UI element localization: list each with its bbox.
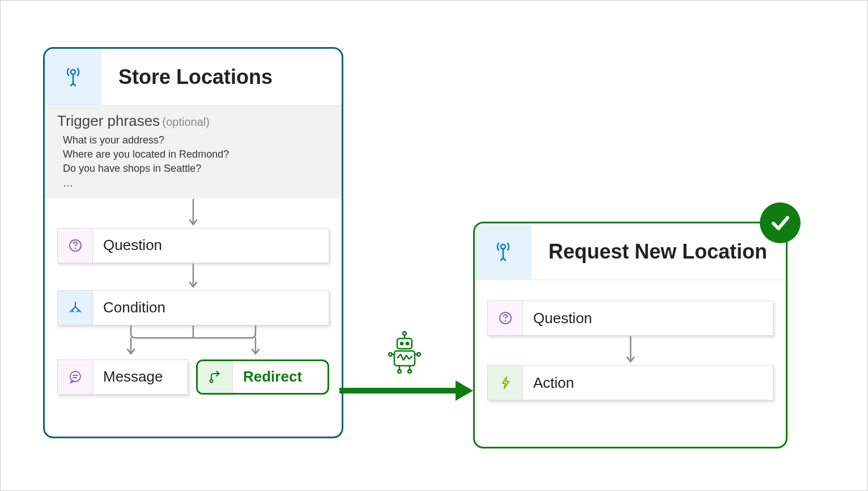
condition-icon [58, 291, 93, 325]
trigger-phrase: What is your address? [63, 133, 329, 147]
connector-arrow-down [475, 336, 786, 365]
topic-card-store-locations: Store Locations Trigger phrases (optiona… [43, 47, 343, 438]
message-node[interactable]: Message [57, 359, 188, 395]
question-label: Question [93, 236, 162, 254]
question-node[interactable]: Question [57, 228, 329, 263]
connector-arrow-down [45, 198, 342, 228]
svg-point-10 [210, 379, 212, 382]
svg-point-13 [505, 321, 505, 321]
antenna-icon [493, 240, 513, 264]
redirect-node[interactable]: Redirect [196, 359, 329, 395]
antenna-icon [63, 65, 83, 89]
svg-point-28 [398, 370, 401, 373]
question-label: Question [523, 310, 592, 327]
topic-card-request-new-location: Request New Location Question Action [473, 222, 788, 448]
question-icon [58, 228, 93, 263]
svg-point-20 [406, 342, 409, 345]
question-node[interactable]: Question [487, 300, 773, 336]
condition-node[interactable]: Condition [57, 290, 329, 325]
topic-header: Request New Location [475, 223, 786, 280]
bot-icon [385, 329, 424, 376]
svg-rect-15 [339, 388, 459, 393]
redirect-icon [198, 361, 233, 393]
svg-point-25 [417, 353, 420, 356]
action-node[interactable]: Action [487, 365, 773, 400]
topic-icon-box [475, 223, 531, 280]
svg-rect-18 [397, 338, 412, 349]
trigger-phrases-list: What is your address? Where are you loca… [57, 130, 329, 191]
connector-split-arrow [45, 325, 342, 359]
redirect-connector-arrow [339, 379, 475, 402]
message-icon [58, 360, 93, 394]
redirect-label: Redirect [233, 368, 302, 386]
trigger-phrases-label: Trigger phrases [57, 112, 160, 129]
topic-title: Store Locations [101, 65, 273, 89]
trigger-phrases-block[interactable]: Trigger phrases (optional) What is your … [45, 105, 342, 198]
connector-arrow-down [45, 263, 342, 290]
checkmark-icon [768, 210, 793, 235]
trigger-phrase: Do you have shops in Seattle? [63, 162, 329, 176]
condition-label: Condition [93, 299, 165, 316]
svg-point-24 [389, 353, 392, 356]
trigger-phrase: … [63, 176, 329, 191]
topic-icon-box [45, 49, 101, 105]
trigger-phrases-optional: (optional) [163, 116, 210, 128]
trigger-phrases-header: Trigger phrases (optional) [57, 112, 329, 130]
checkmark-badge [760, 202, 801, 243]
svg-point-29 [408, 370, 411, 373]
svg-point-19 [401, 342, 403, 345]
message-label: Message [93, 368, 163, 386]
action-label: Action [523, 374, 574, 392]
topic-header: Store Locations [45, 49, 342, 105]
svg-point-3 [75, 248, 75, 248]
question-icon [488, 301, 523, 335]
action-icon [488, 366, 523, 400]
topic-title: Request New Location [531, 240, 767, 264]
trigger-phrase: Where are you located in Redmond? [63, 147, 329, 162]
